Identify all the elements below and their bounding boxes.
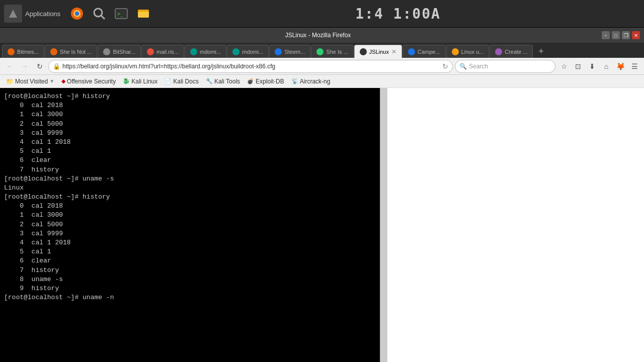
bookmark-aircrack[interactable]: 📡 Aircrack-ng: [288, 77, 334, 86]
new-tab-button[interactable]: +: [534, 45, 547, 58]
kali-linux-icon: 🐉: [123, 78, 130, 84]
maximize-button[interactable]: □: [612, 31, 620, 39]
bookmark-kali-tools[interactable]: 🔧 Kali Tools: [203, 77, 243, 86]
search-icon[interactable]: [90, 4, 109, 23]
terminal-line: 3 cal 9999: [4, 129, 376, 138]
bookmark-kali-linux[interactable]: 🐉 Kali Linux: [120, 77, 160, 86]
svg-rect-9: [138, 12, 149, 18]
folder-icon: 📁: [6, 78, 14, 85]
tab-mdomi2[interactable]: mdomi...: [227, 45, 269, 58]
bookmark-kali-linux-label: Kali Linux: [131, 78, 157, 85]
refresh-url-icon: ↻: [442, 62, 448, 70]
close-button[interactable]: ✕: [632, 31, 640, 39]
svg-text:>_: >_: [117, 11, 124, 17]
tab-mdomi1[interactable]: mdomi...: [185, 45, 226, 58]
taskbar-menu[interactable]: [4, 5, 22, 23]
terminal-line: 5 cal 1: [4, 147, 376, 156]
bookmarks-bar: 📁 Most Visited ▼ ◆ Offensive Security 🐉 …: [0, 75, 644, 88]
bookmark-exploit-db[interactable]: 💣 Exploit-DB: [244, 77, 287, 86]
tab-favicon-bitmes: [8, 48, 15, 55]
home-button[interactable]: ⌂: [600, 60, 613, 73]
bookmark-exploit-db-label: Exploit-DB: [256, 78, 284, 85]
terminal-line: 1 cal 3000: [4, 110, 376, 119]
content-area: [root@localhost ~]# history 0 cal 2018 1…: [0, 88, 644, 362]
aircrack-icon: 📡: [291, 78, 298, 84]
svg-line-5: [101, 16, 105, 19]
forward-button[interactable]: →: [18, 60, 31, 73]
kali-docs-icon: 📄: [165, 78, 172, 84]
sync-button[interactable]: ⊡: [572, 60, 585, 73]
tab-bitmes[interactable]: Bitmes...: [2, 45, 44, 58]
tab-create[interactable]: Create ...: [490, 45, 533, 58]
terminal-line: 6 clear: [4, 256, 376, 265]
url-text: https://bellard.org/jslinux/vm.html?url=…: [62, 63, 440, 70]
terminal-line: 2 cal 5000: [4, 220, 376, 229]
tab-favicon-mdomi1: [190, 48, 197, 55]
star-button[interactable]: ☆: [557, 60, 571, 73]
tab-sheis2[interactable]: She Is ...: [311, 45, 353, 58]
firefox-icon[interactable]: [67, 4, 87, 23]
search-mag-icon: 🔍: [459, 63, 467, 70]
bookmark-offensive-security[interactable]: ◆ Offensive Security: [58, 77, 119, 86]
tab-sheis-not[interactable]: She Is Not ...: [45, 45, 98, 58]
bookmark-kali-docs[interactable]: 📄 Kali Docs: [162, 77, 202, 86]
terminal-line: 2 cal 5000: [4, 120, 376, 129]
terminal-line: 6 clear: [4, 156, 376, 165]
terminal-line: 7 history: [4, 266, 376, 275]
files-icon[interactable]: [134, 4, 153, 23]
terminal-cursor-line: [4, 302, 376, 311]
bookmark-most-visited[interactable]: 📁 Most Visited ▼: [3, 77, 57, 86]
tab-campe[interactable]: Campe...: [403, 45, 446, 58]
svg-point-3: [75, 12, 79, 16]
back-button[interactable]: ←: [3, 60, 16, 73]
minimize-button[interactable]: −: [602, 31, 610, 39]
kali-tools-icon: 🔧: [206, 78, 213, 84]
title-bar: JSLinux - Mozilla Firefox − □ ❐ ✕: [0, 28, 644, 43]
search-box[interactable]: 🔍 Search: [455, 60, 555, 73]
terminal-line: 1 cal 3000: [4, 211, 376, 220]
terminal-line: 7 history: [4, 165, 376, 174]
taskbar-apps-label: Applications: [25, 10, 60, 18]
restore-button[interactable]: ❐: [622, 31, 630, 39]
tab-favicon-jslinux: [360, 48, 367, 55]
nav-bar: ← → ↻ 🔒 https://bellard.org/jslinux/vm.h…: [0, 58, 644, 75]
bookmark-offensive-security-label: Offensive Security: [67, 78, 116, 85]
tab-bitshar[interactable]: BitShar...: [98, 45, 141, 58]
browser-title: JSLinux - Mozilla Firefox: [34, 32, 602, 39]
bookmark-most-visited-label: Most Visited: [15, 78, 48, 85]
svg-marker-0: [9, 10, 17, 18]
tab-favicon-sheis2: [316, 48, 324, 55]
taskbar: Applications >_ 1:4 1:00A: [0, 0, 644, 28]
terminal-line: Linux: [4, 184, 376, 193]
terminal-line: 4 cal 1 2018: [4, 238, 376, 247]
bookmark-kali-docs-label: Kali Docs: [173, 78, 199, 85]
terminal-line: 9 history: [4, 284, 376, 293]
bookmark-kali-tools-label: Kali Tools: [214, 78, 240, 85]
refresh-button[interactable]: ↻: [33, 60, 46, 73]
search-placeholder: Search: [469, 63, 488, 70]
terminal[interactable]: [root@localhost ~]# history 0 cal 2018 1…: [0, 88, 380, 362]
terminal-scrollbar[interactable]: [380, 88, 387, 362]
terminal-line: 5 cal 1: [4, 247, 376, 256]
tab-mailris[interactable]: mail.ris...: [141, 45, 184, 58]
lock-icon: 🔒: [53, 63, 60, 70]
terminal-line: 0 cal 2018: [4, 101, 376, 110]
chevron-icon: ▼: [49, 78, 54, 84]
tab-close-jslinux[interactable]: ✕: [391, 48, 396, 55]
fox-button[interactable]: 🦊: [614, 60, 627, 73]
url-bar[interactable]: 🔒 https://bellard.org/jslinux/vm.html?ur…: [48, 60, 453, 73]
tab-steem[interactable]: Steem...: [269, 45, 310, 58]
tab-linuxu[interactable]: Linux u...: [446, 45, 490, 58]
tab-favicon-mdomi2: [232, 48, 239, 55]
tab-favicon-linuxu: [452, 48, 459, 55]
pocket-button[interactable]: ⬇: [586, 60, 599, 73]
terminal-line: [root@localhost ~]# history: [4, 92, 376, 101]
terminal-line: [root@localhost ~]# uname -s: [4, 174, 376, 184]
menu-button[interactable]: ☰: [628, 60, 641, 73]
tab-favicon-mailris: [147, 48, 154, 55]
window-controls: − □ ❐ ✕: [602, 31, 640, 39]
tab-bar: Bitmes... She Is Not ... BitShar... mail…: [0, 43, 644, 58]
terminal-line: 0 cal 2018: [4, 202, 376, 211]
terminal-icon[interactable]: >_: [112, 4, 131, 23]
tab-jslinux[interactable]: JSLinux ✕: [354, 45, 402, 58]
